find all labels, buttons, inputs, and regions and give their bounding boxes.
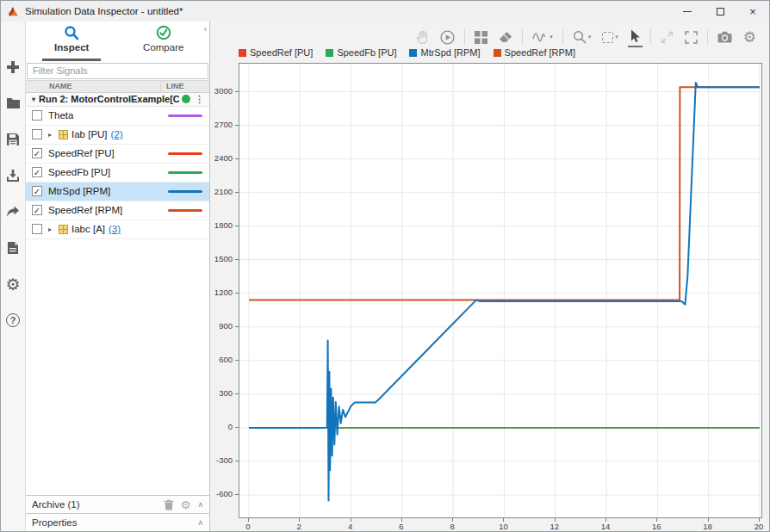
create-report-button[interactable] <box>3 237 23 259</box>
column-line: LINE <box>160 81 209 92</box>
table-row[interactable]: ▸ Iabc [A] (3) <box>26 220 209 239</box>
properties-label: Properties <box>32 517 190 528</box>
tab-inspect[interactable]: Inspect <box>26 25 118 61</box>
magnifier-icon <box>573 30 587 44</box>
legend-label: SpeedRef [PU] <box>250 47 313 58</box>
fullscreen-brackets-icon <box>685 31 698 44</box>
import-icon <box>6 169 20 182</box>
collapse-properties-icon[interactable]: ∧ <box>197 518 203 527</box>
app-window: Simulation Data Inspector - untitled* × <box>0 0 770 532</box>
close-button[interactable]: × <box>736 1 769 22</box>
archive-bar[interactable]: Archive (1) ⚙ ∧ <box>26 495 209 513</box>
visibility-checkbox[interactable] <box>32 129 42 139</box>
visibility-checkbox[interactable] <box>32 186 42 196</box>
fit-to-view-button[interactable]: ▾ <box>600 30 620 45</box>
table-row[interactable]: SpeedRef [PU] <box>26 145 209 164</box>
legend-swatch <box>239 49 246 57</box>
legend-swatch <box>494 49 501 57</box>
axis-tick <box>351 518 351 522</box>
sync-views-button[interactable] <box>659 29 675 46</box>
axis-tick-label: 3000 <box>207 86 233 96</box>
matrix-signal-icon <box>59 130 68 139</box>
legend-label: SpeedRef [RPM] <box>505 47 576 58</box>
minimize-icon <box>683 11 692 12</box>
signal-sidebar: ‹ Inspect Compare NAME LINE ▾ <box>26 22 210 531</box>
table-row[interactable]: MtrSpd [RPM] <box>26 182 209 201</box>
signal-name: Iab [PU] <box>71 129 108 139</box>
axis-tick <box>759 518 760 522</box>
line-style-swatch[interactable] <box>168 114 202 117</box>
floppy-disk-icon <box>6 133 20 146</box>
table-row[interactable]: SpeedFb [PU] <box>26 164 209 182</box>
line-style-swatch[interactable] <box>168 190 202 193</box>
legend-item[interactable]: MtrSpd [RPM] <box>409 47 480 58</box>
minimize-button[interactable] <box>671 1 704 22</box>
close-icon: × <box>749 6 756 17</box>
save-button[interactable] <box>3 128 23 151</box>
channel-count-link[interactable]: (2) <box>111 129 123 139</box>
visibility-checkbox[interactable] <box>32 167 42 177</box>
table-row[interactable]: ▸ Iab [PU] (2) <box>26 126 209 145</box>
fullscreen-button[interactable] <box>683 29 699 46</box>
fit-box-icon <box>602 32 613 43</box>
play-circle-icon <box>440 30 455 45</box>
line-style-swatch[interactable] <box>168 209 202 212</box>
archive-settings-icon[interactable]: ⚙ <box>181 499 191 510</box>
clear-subplots-button[interactable] <box>497 29 514 46</box>
open-button[interactable] <box>3 92 23 114</box>
pan-button[interactable] <box>414 28 431 46</box>
line-style-swatch[interactable] <box>168 171 202 174</box>
axis-tick-label: 6 <box>388 522 414 531</box>
title-bar: Simulation Data Inspector - untitled* × <box>1 1 769 22</box>
plot-canvas[interactable] <box>239 64 761 517</box>
axis-tick-label: 18 <box>695 522 721 531</box>
import-button[interactable] <box>3 164 23 187</box>
maximize-button[interactable] <box>704 1 736 22</box>
visibility-checkbox[interactable] <box>32 205 42 215</box>
visibility-checkbox[interactable] <box>32 148 42 158</box>
snapshot-button[interactable] <box>716 29 734 45</box>
replay-button[interactable] <box>438 28 456 46</box>
axis-tick <box>555 518 556 522</box>
visualization-settings-button[interactable]: ⚙ <box>742 28 758 46</box>
toolbar-separator <box>522 29 523 45</box>
properties-bar[interactable]: Properties ∧ <box>26 513 209 531</box>
tab-inspect-label: Inspect <box>54 42 89 53</box>
expander-icon[interactable]: ▸ <box>48 131 55 139</box>
tab-compare[interactable]: Compare <box>118 25 210 61</box>
signal-name: MtrSpd [RPM] <box>48 186 160 196</box>
expander-icon[interactable]: ▸ <box>48 226 55 233</box>
filter-signals-input[interactable] <box>27 63 208 79</box>
signal-name: SpeedRef [PU] <box>48 148 160 158</box>
visibility-checkbox[interactable] <box>32 110 42 121</box>
legend-item[interactable]: SpeedRef [RPM] <box>494 47 576 58</box>
axis-tick-label: 900 <box>207 321 233 331</box>
visibility-checkbox[interactable] <box>32 224 42 234</box>
signal-name: Iabc [A] <box>71 224 105 234</box>
trash-icon[interactable] <box>164 499 174 510</box>
table-row[interactable]: Theta <box>26 107 209 126</box>
export-button[interactable] <box>3 201 23 223</box>
caret-down-icon[interactable]: ▾ <box>32 96 35 103</box>
legend-item[interactable]: SpeedFb [PU] <box>326 47 396 58</box>
run-group-row[interactable]: ▾ Run 2: MotorControlExample[Current ⋮ <box>26 93 209 107</box>
subplot-layout-button[interactable] <box>473 29 489 46</box>
zoom-button[interactable]: ▾ <box>571 28 593 46</box>
preferences-button[interactable]: ⚙ <box>3 273 23 295</box>
channel-count-link[interactable]: (3) <box>109 224 121 234</box>
pointer-button[interactable] <box>628 28 643 47</box>
help-button[interactable]: ? <box>3 309 23 331</box>
table-row[interactable]: SpeedRef [RPM] <box>26 201 209 220</box>
collapse-archive-icon[interactable]: ∧ <box>197 500 203 509</box>
axis-tick-label: 4 <box>338 522 363 531</box>
run-menu-icon[interactable]: ⋮ <box>193 94 206 105</box>
column-name: NAME <box>26 81 160 92</box>
line-style-swatch[interactable] <box>168 152 202 155</box>
axis-tick-label: 2700 <box>207 120 233 129</box>
new-button[interactable] <box>3 56 23 78</box>
legend-item[interactable]: SpeedRef [PU] <box>239 47 313 58</box>
signal-trace-button[interactable]: ▾ <box>531 29 555 46</box>
axis-tick-label: 2100 <box>207 187 233 196</box>
run-status-dot <box>182 95 190 103</box>
time-plot[interactable] <box>239 63 762 518</box>
